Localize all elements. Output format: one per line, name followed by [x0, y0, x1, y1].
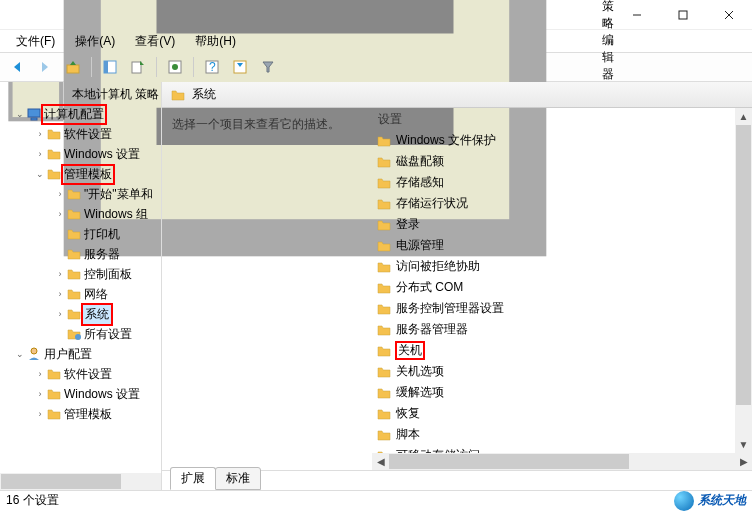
list-item-label: 关机选项: [396, 363, 444, 380]
folder-icon: [46, 146, 62, 162]
expand-arrow-icon[interactable]: ›: [34, 368, 46, 380]
tree-user-config[interactable]: ⌄ 用户配置: [0, 344, 161, 364]
tree-horizontal-scrollbar[interactable]: [0, 473, 161, 490]
tree-system[interactable]: › 系统: [0, 304, 161, 324]
svg-rect-19: [31, 118, 37, 120]
statusbar: 16 个设置 系统天地: [0, 490, 752, 510]
tree-network[interactable]: › 网络: [0, 284, 161, 304]
tree-label: 所有设置: [82, 325, 134, 344]
list-vertical-scrollbar[interactable]: ▲ ▼: [735, 108, 752, 453]
details-tabs: 扩展 标准: [162, 470, 752, 490]
menu-action[interactable]: 操作(A): [65, 31, 125, 52]
list-item-label: 脚本: [396, 426, 420, 443]
scrollbar-thumb[interactable]: [736, 125, 751, 405]
list-horizontal-scrollbar[interactable]: ◀ ▶: [372, 453, 752, 470]
tree-control-panel[interactable]: › 控制面板: [0, 264, 161, 284]
globe-icon: [674, 491, 694, 511]
folder-icon: [46, 366, 62, 382]
tree-label: 软件设置: [62, 365, 114, 384]
scroll-right-icon[interactable]: ▶: [735, 453, 752, 470]
scrollbar-thumb[interactable]: [389, 454, 629, 469]
expand-arrow-icon[interactable]: ›: [54, 308, 66, 320]
titlebar: 本地组策略编辑器: [0, 0, 752, 30]
settings-column-header[interactable]: 设置: [372, 108, 752, 130]
up-button[interactable]: [60, 55, 86, 79]
tree-label: 系统: [82, 304, 112, 325]
tab-standard[interactable]: 标准: [215, 467, 261, 490]
list-item[interactable]: 登录: [372, 214, 752, 235]
expand-arrow-icon[interactable]: ›: [54, 288, 66, 300]
menu-file[interactable]: 文件(F): [6, 31, 65, 52]
list-item[interactable]: 服务控制管理器设置: [372, 298, 752, 319]
tree-root[interactable]: 本地计算机 策略: [0, 84, 161, 104]
list-item[interactable]: Windows 文件保护: [372, 130, 752, 151]
tab-extended[interactable]: 扩展: [170, 467, 216, 490]
expand-arrow-icon[interactable]: ›: [34, 128, 46, 140]
details-title: 系统: [192, 86, 216, 103]
export-button[interactable]: [125, 55, 151, 79]
svg-rect-18: [28, 109, 40, 117]
tree-u-windows[interactable]: › Windows 设置: [0, 384, 161, 404]
scrollbar-thumb[interactable]: [1, 474, 121, 489]
list-item[interactable]: 分布式 COM: [372, 277, 752, 298]
tree-all-settings[interactable]: 所有设置: [0, 324, 161, 344]
tree-start-menu[interactable]: › "开始"菜单和: [0, 184, 161, 204]
watermark-text: 系统天地: [698, 492, 746, 509]
svg-point-20: [75, 334, 81, 340]
expand-arrow-icon[interactable]: ›: [54, 268, 66, 280]
scroll-down-icon[interactable]: ▼: [735, 436, 752, 453]
list-item[interactable]: 缓解选项: [372, 382, 752, 403]
list-item[interactable]: 恢复: [372, 403, 752, 424]
tree-printers[interactable]: 打印机: [0, 224, 161, 244]
tree-u-software[interactable]: › 软件设置: [0, 364, 161, 384]
list-item[interactable]: 关机: [372, 340, 752, 361]
list-item[interactable]: 电源管理: [372, 235, 752, 256]
scroll-up-icon[interactable]: ▲: [735, 108, 752, 125]
list-item[interactable]: 磁盘配额: [372, 151, 752, 172]
folder-icon: [66, 206, 82, 222]
list-item[interactable]: 脚本: [372, 424, 752, 445]
tree-windows-settings[interactable]: › Windows 设置: [0, 144, 161, 164]
properties-button[interactable]: [162, 55, 188, 79]
expand-arrow-icon[interactable]: ›: [34, 148, 46, 160]
expand-arrow-icon[interactable]: ›: [34, 388, 46, 400]
expand-arrow-icon[interactable]: ⌄: [14, 108, 26, 120]
status-text: 16 个设置: [6, 492, 59, 509]
list-item[interactable]: 存储运行状况: [372, 193, 752, 214]
help-button-tool[interactable]: ?: [199, 55, 225, 79]
back-button[interactable]: [4, 55, 30, 79]
content: 本地计算机 策略 ⌄ 计算机配置 › 软件设置 › Windows 设置 ⌄ 管…: [0, 82, 752, 490]
menu-help[interactable]: 帮助(H): [185, 31, 246, 52]
menu-view[interactable]: 查看(V): [125, 31, 185, 52]
forward-button[interactable]: [32, 55, 58, 79]
maximize-button[interactable]: [660, 0, 706, 30]
minimize-button[interactable]: [614, 0, 660, 30]
folder-icon: [66, 286, 82, 302]
tree-label: 控制面板: [82, 265, 134, 284]
list-item[interactable]: 存储感知: [372, 172, 752, 193]
svg-rect-8: [67, 65, 79, 73]
tree-u-admin[interactable]: › 管理模板: [0, 404, 161, 424]
tree-server[interactable]: 服务器: [0, 244, 161, 264]
expand-arrow-icon[interactable]: ›: [54, 188, 66, 200]
show-hide-tree-button[interactable]: [97, 55, 123, 79]
computer-icon: [26, 106, 42, 122]
filter-options-button[interactable]: [227, 55, 253, 79]
svg-text:?: ?: [209, 60, 216, 74]
expand-arrow-icon[interactable]: ›: [54, 208, 66, 220]
list-item[interactable]: 关机选项: [372, 361, 752, 382]
list-item[interactable]: 服务器管理器: [372, 319, 752, 340]
folder-icon: [46, 126, 62, 142]
folder-icon: [66, 326, 82, 342]
expand-arrow-icon[interactable]: ⌄: [34, 168, 46, 180]
tree-windows-components[interactable]: › Windows 组: [0, 204, 161, 224]
list-item[interactable]: 访问被拒绝协助: [372, 256, 752, 277]
filter-button[interactable]: [255, 55, 281, 79]
scroll-left-icon[interactable]: ◀: [372, 453, 389, 470]
details-header: 系统: [162, 82, 752, 108]
tree-label: Windows 设置: [62, 385, 142, 404]
close-button[interactable]: [706, 0, 752, 30]
expand-arrow-icon[interactable]: ›: [34, 408, 46, 420]
expand-arrow-icon[interactable]: ⌄: [14, 348, 26, 360]
tree-admin-templates[interactable]: ⌄ 管理模板: [0, 164, 161, 184]
